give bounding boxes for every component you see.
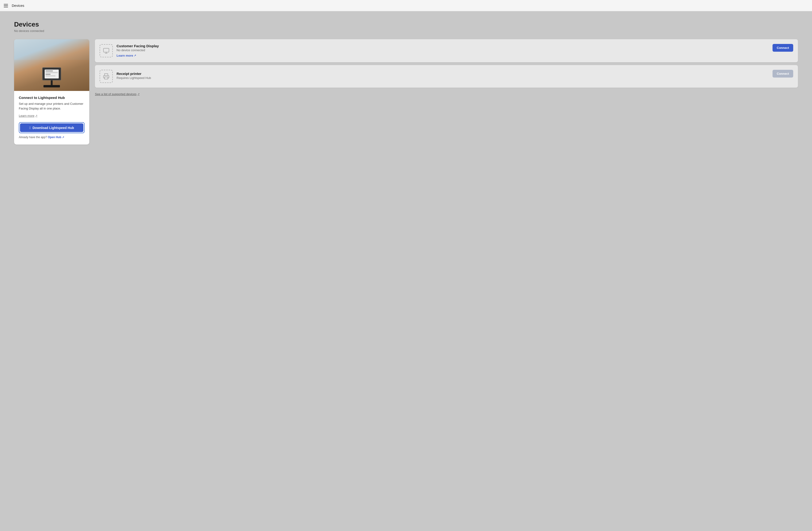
customer-facing-display-name: Customer Facing Display [117,44,769,48]
customer-facing-display-info: Customer Facing Display No device connec… [117,44,769,58]
download-lightspeed-hub-button[interactable]:  Download Lightspeed Hub [20,123,83,132]
open-hub-link[interactable]: Open Hub ↗ [48,135,64,139]
pos-screen [42,68,61,80]
receipt-printer-connect-button[interactable]: Connect [772,70,793,77]
customer-facing-display-connect-button[interactable]: Connect [772,44,793,52]
main-content: Devices No devices connected [0,11,812,531]
customer-facing-display-learn-more[interactable]: Learn more ↗ [117,54,136,57]
pos-device [42,68,61,87]
customer-facing-display-status: No device connected [117,48,769,52]
page-subtitle: No devices connected [14,29,798,33]
topbar: Devices [0,0,812,11]
pos-base [43,85,60,87]
lightspeed-hub-card: Connect to Lightspeed Hub Set up and man… [14,39,89,144]
customer-facing-display-card: Customer Facing Display No device connec… [95,39,798,62]
apple-icon:  [29,126,31,130]
pos-pole [51,80,53,85]
supported-devices-external-icon: ↗ [137,92,140,96]
cfd-learn-more-external-icon: ↗ [134,54,136,57]
supported-devices-link[interactable]: See a list of supported devices ↗ [95,92,798,96]
hub-learn-more-link[interactable]: Learn more ↗ [19,114,37,117]
receipt-printer-name: Receipt printer [117,72,769,76]
content-row: Connect to Lightspeed Hub Set up and man… [14,39,798,144]
receipt-printer-icon-box [100,70,113,83]
hub-card-body: Connect to Lightspeed Hub Set up and man… [14,91,89,144]
hub-card-description: Set up and manage your printers and Cust… [19,101,85,111]
receipt-printer-status: Requires Lightspeed Hub [117,76,769,80]
already-have-text: Already have the app? Open Hub ↗ [19,135,85,139]
pos-background [14,39,89,91]
hub-card-image [14,39,89,91]
printer-icon [103,73,110,80]
receipt-printer-info: Receipt printer Requires Lightspeed Hub [117,72,769,81]
svg-rect-3 [104,77,108,79]
topbar-title: Devices [12,3,24,8]
download-btn-wrapper:  Download Lightspeed Hub [19,122,85,133]
receipt-printer-card: Receipt printer Requires Lightspeed Hub … [95,65,798,88]
menu-icon[interactable] [4,4,8,7]
pos-screen-inner [45,70,59,78]
monitor-icon [103,47,110,54]
open-hub-external-icon: ↗ [62,136,64,139]
right-column: Customer Facing Display No device connec… [95,39,798,96]
hub-card-heading: Connect to Lightspeed Hub [19,96,85,100]
customer-facing-display-icon-box [100,44,113,57]
external-link-icon: ↗ [35,114,37,117]
svg-rect-0 [103,48,109,52]
page-title: Devices [14,21,798,28]
